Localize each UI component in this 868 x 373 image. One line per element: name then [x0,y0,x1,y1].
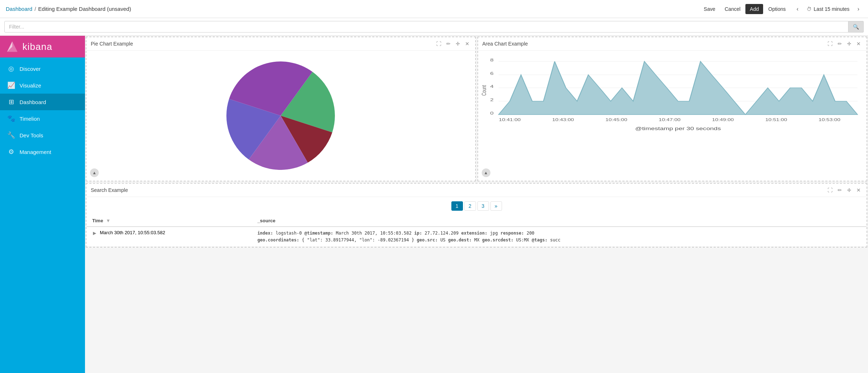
search-move-button[interactable]: ✛ [846,186,853,194]
sidebar-item-discover[interactable]: ◎ Discover [0,60,85,77]
clock-icon: ⏱ [807,6,812,12]
log-key-index: index: [258,231,273,236]
sidebar-label-management: Management [20,149,51,155]
area-close-button[interactable]: ✕ [855,40,862,47]
svg-text:10:45:00: 10:45:00 [605,118,627,122]
filter-bar: 🔍 [0,18,868,36]
table-cell-time: ▶ March 30th 2017, 10:55:03.582 [86,227,252,247]
visualize-icon: 📈 [7,81,15,89]
timelion-icon: 🐾 [7,115,15,123]
sidebar-label-visualize: Visualize [20,82,41,89]
search-panel-title: Search Example [91,187,128,193]
area-chart-panel-header: Area Chart Example ⛶ ✏ ✛ ✕ [478,37,867,51]
breadcrumb: Dashboard / Editing Example Dashboard (u… [6,6,699,12]
log-key-extension: extension: [461,231,487,236]
sort-icon: ▼ [106,218,111,223]
page-header: Dashboard / Editing Example Dashboard (u… [0,0,868,18]
svg-text:10:47:00: 10:47:00 [659,118,680,122]
dashboard-icon: ⊞ [7,98,15,106]
search-panel: Search Example ⛶ ✏ ✛ ✕ 1 2 3 » [86,183,867,248]
log-key-geo-dest: geo.dest: [448,237,472,243]
area-expand-button[interactable]: ⛶ [826,40,834,47]
main-layout: kibana ◎ Discover 📈 Visualize ⊞ Dashboar… [0,36,868,373]
log-key-response: response: [501,231,524,236]
area-chart-svg: 8 6 4 2 0 Count [482,54,863,155]
log-val-geo-src: US [440,237,448,243]
sidebar-label-discover: Discover [20,66,41,72]
area-edit-button[interactable]: ✏ [836,40,843,47]
area-scroll-up-button[interactable]: ▲ [482,168,490,177]
area-chart-controls: ⛶ ✏ ✛ ✕ [826,40,862,47]
area-move-button[interactable]: ✛ [846,40,853,47]
sidebar-item-management[interactable]: ⚙ Management [0,143,85,160]
sidebar: kibana ◎ Discover 📈 Visualize ⊞ Dashboar… [0,36,85,373]
log-key-tags: @tags: [532,237,547,243]
pie-chart-body [86,51,475,181]
svg-text:10:49:00: 10:49:00 [712,118,733,122]
time-nav: ‹ ⏱ Last 15 minutes › [794,4,863,14]
breadcrumb-current-page: Editing Example Dashboard (unsaved) [38,6,131,12]
options-button[interactable]: Options [764,4,790,14]
area-chart-title: Area Chart Example [482,41,528,47]
svg-text:10:51:00: 10:51:00 [765,118,787,122]
log-source-line1: index: logstash-0 @timestamp: March 30th… [258,230,861,237]
log-val-index: logstash-0 [276,231,304,236]
search-edit-button[interactable]: ✏ [836,186,843,194]
management-icon: ⚙ [7,148,15,156]
page-next-button[interactable]: » [490,201,502,211]
pie-edit-button[interactable]: ✏ [445,40,452,47]
log-val-geo-dest: MX [474,237,482,243]
log-key-geo-src: geo.src: [417,237,438,243]
dashboard-grid: Pie Chart Example ⛶ ✏ ✛ ✕ [85,36,868,248]
pie-move-button[interactable]: ✛ [454,40,461,47]
time-column-header: Time ▼ [86,215,252,227]
row-expand-button[interactable]: ▶ [92,230,97,236]
sidebar-nav: ◎ Discover 📈 Visualize ⊞ Dashboard 🐾 Tim… [0,57,85,163]
dashboard-content: Pie Chart Example ⛶ ✏ ✛ ✕ [85,36,868,373]
cancel-button[interactable]: Cancel [720,4,745,14]
pie-close-button[interactable]: ✕ [464,40,471,47]
sidebar-label-timelion: Timelion [20,116,40,122]
log-source-line2: geo.coordinates: { "lat": 33.89177944, "… [258,237,861,244]
pie-scroll-up-button[interactable]: ▲ [90,168,99,177]
source-column-header: _source [252,215,867,227]
page-3-button[interactable]: 3 [477,201,489,211]
page-2-button[interactable]: 2 [464,201,476,211]
log-val-tags: succ [550,237,561,243]
page-1-button[interactable]: 1 [451,201,463,211]
svg-text:6: 6 [490,71,494,76]
search-panel-controls: ⛶ ✏ ✛ ✕ [826,186,862,194]
time-range-button[interactable]: ⏱ Last 15 minutes [803,4,853,14]
logo: kibana [0,36,85,57]
add-button[interactable]: Add [745,4,763,14]
search-expand-button[interactable]: ⛶ [826,186,834,194]
save-button[interactable]: Save [699,4,720,14]
time-range-label: Last 15 minutes [814,6,850,12]
filter-search-button[interactable]: 🔍 [848,21,864,33]
log-val-timestamp: March 30th 2017, 10:55:03.582 [336,231,414,236]
log-val-geo-coordinates: { "lat": 33.89177944, "lon": -89.0236719… [302,237,417,243]
sidebar-item-visualize[interactable]: 📈 Visualize [0,77,85,94]
log-key-timestamp: @timestamp: [305,231,333,236]
log-key-ip: ip: [414,231,422,236]
sidebar-item-devtools[interactable]: 🔧 Dev Tools [0,127,85,143]
log-val-geo-srcdest: US:MX [516,237,532,243]
search-pagination: 1 2 3 » [86,197,867,215]
filter-input[interactable] [4,21,848,33]
search-panel-header: Search Example ⛶ ✏ ✛ ✕ [86,184,867,197]
next-time-button[interactable]: › [855,4,862,14]
log-key-geo-srcdest: geo.srcdest: [482,237,514,243]
breadcrumb-dashboard-link[interactable]: Dashboard [6,6,32,12]
pie-expand-button[interactable]: ⛶ [435,40,443,47]
kibana-logo-text: kibana [22,41,52,52]
sidebar-label-dashboard: Dashboard [20,99,46,105]
svg-text:Count: Count [482,85,488,95]
sidebar-item-timelion[interactable]: 🐾 Timelion [0,110,85,127]
search-results-table: Time ▼ _source ▶ [86,215,867,247]
log-val-ip: 27.72.124.209 [425,231,461,236]
prev-time-button[interactable]: ‹ [794,4,801,14]
sidebar-item-dashboard[interactable]: ⊞ Dashboard [0,94,85,110]
search-close-button[interactable]: ✕ [855,186,862,194]
area-chart-body: 8 6 4 2 0 Count [478,51,867,181]
log-key-geo-coordinates: geo.coordinates: [258,237,299,243]
